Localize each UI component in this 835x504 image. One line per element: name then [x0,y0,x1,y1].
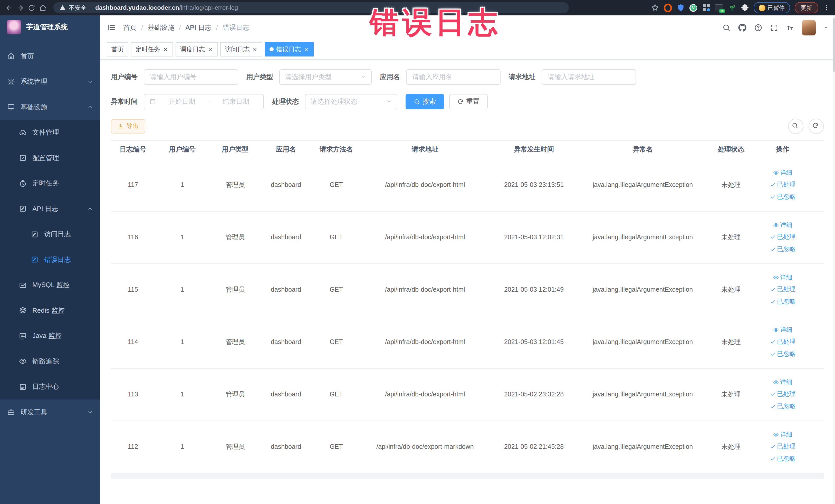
sidebar-item[interactable]: 错误日志 [0,247,100,273]
page-content: 用户编号 用户类型 请选择用户类型 应用名 [100,59,835,504]
view-tab[interactable]: 调度日志 [176,42,218,57]
detail-button[interactable]: 详细 [773,430,792,439]
date-range-picker[interactable]: 开始日期 - 结束日期 [144,94,264,109]
breadcrumb-item[interactable]: API 日志 [186,23,223,32]
mark-processed-button[interactable]: 已处理 [770,233,795,242]
view-tab[interactable]: 定时任务 [131,42,173,57]
refresh-table-button[interactable] [808,118,824,134]
detail-button[interactable]: 详细 [773,168,792,177]
back-icon[interactable] [5,4,13,12]
sidebar-item[interactable]: 首页 [0,44,100,69]
view-tab[interactable]: 错误日志 [265,42,314,57]
sidebar-item[interactable]: 访问日志 [0,222,100,247]
sidebar-item[interactable]: 系统管理 [0,69,100,95]
sidebar-item[interactable]: 定时任务 [0,171,100,196]
sidebar-item[interactable]: 链路追踪 [0,349,100,374]
view-tab[interactable]: 访问日志 [220,42,262,57]
view-tab[interactable]: 首页 [107,42,128,57]
sidebar-item[interactable]: API 日志 [0,196,100,222]
sidebar-item[interactable]: 基础设施 [0,95,100,120]
chevron-down-icon[interactable] [823,25,828,30]
request-url-input[interactable] [542,69,636,84]
paused-badge[interactable]: 已暂停 [753,2,790,13]
address-bar[interactable]: 不安全 dashboard.yudao.iocoder.cn/infra/log… [54,2,569,13]
cell-status: 未处理 [707,180,756,189]
cell-method: GET [311,442,361,451]
tab-close-icon[interactable] [303,46,309,52]
update-button[interactable]: 更新 [794,2,818,13]
sidebar-item[interactable]: 文件管理 [0,120,100,145]
sprout-extension-icon[interactable] [728,4,736,12]
vue-devtools-icon[interactable]: V [689,4,697,12]
sidebar: 芋道管理系统 首页 系统管理 [0,15,100,504]
mark-ignored-button[interactable]: 已忽略 [770,192,795,201]
shield-extension-icon[interactable] [676,4,685,12]
sidebar-item[interactable]: MySQL 监控 [0,273,100,298]
mark-processed-button[interactable]: 已处理 [770,442,795,451]
mark-processed-button[interactable]: 已处理 [770,285,795,294]
breadcrumb-item[interactable]: 首页 [123,23,148,32]
cell-request-url: /api/infra/db-doc/export-html [361,337,489,347]
sidebar-item[interactable]: 配置管理 [0,145,100,171]
mark-processed-button[interactable]: 已处理 [770,181,795,189]
detail-button[interactable]: 详细 [773,221,792,230]
browser-menu-icon[interactable] [823,4,830,11]
avatar[interactable] [802,20,815,36]
user-type-select[interactable]: 请选择用户类型 [279,69,372,84]
detail-button[interactable]: 详细 [773,273,792,282]
grid-extension-icon[interactable] [702,4,710,12]
reload-icon[interactable] [28,4,36,12]
toggle-search-button[interactable] [788,118,803,134]
reset-button[interactable]: 重置 [449,94,488,109]
app-name-input[interactable] [406,69,501,84]
mark-processed-button[interactable]: 已处理 [770,390,795,399]
tab-close-icon[interactable] [207,46,213,52]
filter-row-2: 异常时间 开始日期 - 结束日期 处理状态 请选择处理状态 [111,94,824,109]
timer-icon [19,180,27,187]
extension-orange-icon[interactable] [664,4,672,12]
sidebar-item[interactable]: 研发工具 [0,400,100,425]
breadcrumb-item[interactable]: 错误日志 [223,23,249,32]
sidebar-item[interactable]: Redis 监控 [0,298,100,323]
table-header-row: 日志编号 用户编号 用户类型 应用名 请求方法名 请求地址 异常发生时间 [111,140,824,159]
sidebar-item[interactable]: 日志中心 [0,374,100,400]
scrollbar-thumb[interactable] [833,18,835,72]
bookmark-star-icon[interactable] [651,4,659,12]
font-size-icon[interactable] [786,24,794,32]
cell-actions: 详细 已处理 已忽略 [756,273,810,306]
search-icon[interactable] [722,24,730,32]
cell-request-url: /api/infra/db-doc/export-html [361,180,489,189]
sidebar-item[interactable]: Java 监控 [0,323,100,349]
tab-close-icon[interactable] [163,46,168,52]
extensions-puzzle-icon[interactable] [740,4,749,12]
process-status-select[interactable]: 请选择处理状态 [305,94,398,109]
mark-ignored-button[interactable]: 已忽略 [770,245,795,254]
site-security[interactable]: 不安全 [60,4,86,12]
column-header: 应用名 [261,145,311,154]
scrollbar[interactable] [832,15,835,504]
breadcrumb-item[interactable]: 基础设施 [148,23,185,32]
table-row: 117 1 管理员 dashboard GET /api/infra/db-do… [111,159,824,211]
home-icon[interactable] [39,4,47,12]
mark-ignored-button[interactable]: 已忽略 [770,297,795,306]
tab-close-icon[interactable] [252,46,258,52]
mark-ignored-button[interactable]: 已忽略 [770,454,795,463]
fullscreen-icon[interactable] [770,24,778,32]
help-icon[interactable] [754,24,762,32]
export-button[interactable]: 导出 [111,119,145,133]
hamburger-icon[interactable] [107,23,116,32]
search-button[interactable]: 搜索 [406,94,444,109]
mark-ignored-button[interactable]: 已忽略 [770,349,795,358]
mark-ignored-button[interactable]: 已忽略 [770,402,795,411]
cell-log-id: 117 [111,180,155,189]
detail-button[interactable]: 详细 [773,326,792,335]
app-logo[interactable]: 芋道管理系统 [0,15,100,39]
cell-exception-time: 2021-05-02 21:45:28 [489,442,579,451]
github-icon[interactable] [738,24,746,32]
mark-processed-button[interactable]: 已处理 [770,338,795,347]
select-placeholder: 请选择处理状态 [311,97,357,106]
onoff-extension-icon[interactable]: on [715,4,723,12]
user-id-input[interactable] [144,69,238,84]
detail-button[interactable]: 详细 [773,378,792,387]
forward-icon[interactable] [16,4,24,12]
